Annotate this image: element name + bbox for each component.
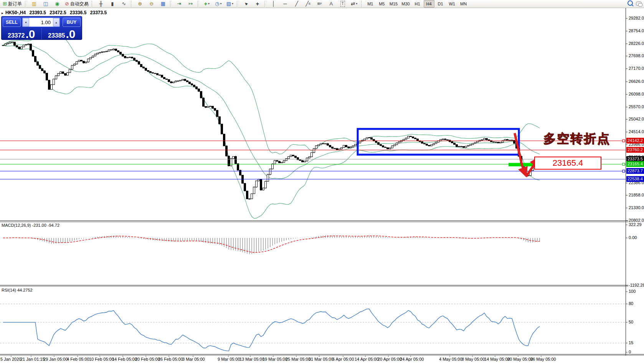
ohlc-open: 23393.5 <box>30 10 46 15</box>
time-axis-label: 9 Mar 05:00 <box>218 357 240 361</box>
cursor-button[interactable]: ► <box>241 0 251 8</box>
text-icon: A <box>329 1 333 7</box>
candle <box>359 141 361 143</box>
price-axis-label: 26626.0 <box>628 79 644 84</box>
turning-point-annotation[interactable]: 多空转折点 <box>543 130 611 147</box>
buy-price[interactable]: 23385 .0 <box>42 28 82 40</box>
new-chart-button[interactable]: ▥ <box>29 0 40 8</box>
candle <box>90 58 92 59</box>
line-anchor-marker[interactable] <box>623 140 625 142</box>
trade-prices-row: 23372 .0 23385 .0 <box>2 28 82 40</box>
timeframe-m15-button[interactable]: M15 <box>388 0 399 8</box>
candle <box>28 44 30 45</box>
timeframe-m1-button[interactable]: M1 <box>365 0 376 8</box>
periods-button[interactable]: ◷▾ <box>213 0 224 8</box>
timeframe-h4-button[interactable]: H4 <box>424 0 434 8</box>
candle <box>233 157 234 158</box>
buy-price-main: 23385 <box>48 32 65 39</box>
volume-decrease-button[interactable]: ▼ <box>23 18 29 26</box>
autotrading-button[interactable]: ⊘自动交易 <box>63 0 90 8</box>
tile-windows-button[interactable]: ▦ <box>158 0 168 8</box>
candle <box>129 57 131 58</box>
candle <box>292 155 294 156</box>
price-tag-22538.4[interactable]: 22538.4 <box>626 176 644 182</box>
price-tag-22873.7[interactable]: 22873.7 <box>626 168 644 174</box>
shapes-button[interactable]: ⇄▾ <box>349 0 360 8</box>
channel-button[interactable]: ╱E <box>303 0 314 8</box>
price-callout-23165[interactable]: 23165.4 <box>534 157 601 170</box>
candle <box>189 82 191 84</box>
candle <box>258 179 260 181</box>
timeframe-m5-button[interactable]: M5 <box>376 0 387 8</box>
templates-button[interactable]: ▧▾ <box>225 0 235 8</box>
candle <box>290 155 292 157</box>
timeframe-h1-button[interactable]: H1 <box>412 0 423 8</box>
chevron-down-icon: ▾ <box>232 1 233 7</box>
vline-button[interactable]: │ <box>268 0 279 8</box>
candle <box>85 62 87 63</box>
price-tag-23760.2[interactable]: 23760.2 <box>626 147 644 153</box>
timeframe-w1-button[interactable]: W1 <box>447 0 457 8</box>
chat-button[interactable] <box>636 0 642 7</box>
candle <box>69 69 71 73</box>
zoom-out-button[interactable]: ⊖ <box>146 0 157 8</box>
profiles-button[interactable]: ◫ <box>40 0 51 8</box>
buy-button[interactable]: BUY <box>63 18 81 27</box>
volume-increase-button[interactable]: ▲ <box>53 18 59 26</box>
sell-price[interactable]: 23372 .0 <box>2 28 42 40</box>
zoom-in-button[interactable]: ⊕ <box>135 0 145 8</box>
new-order-button[interactable]: ⊞新订单 <box>1 0 23 8</box>
candle <box>168 79 170 82</box>
candle <box>223 134 225 146</box>
toolbar-separator <box>92 1 94 7</box>
candlestick-chart-button[interactable]: ▮ <box>107 0 118 8</box>
sell-price-main: 23372 <box>8 32 25 39</box>
candle <box>21 47 23 49</box>
trendline-button[interactable]: ╱ <box>291 0 302 8</box>
timeframe-m30-button[interactable]: M30 <box>400 0 411 8</box>
line-anchor-marker[interactable] <box>623 163 625 165</box>
line-chart-icon: ∿ <box>122 1 126 7</box>
hline-button[interactable]: ─ <box>280 0 291 8</box>
candle <box>410 136 412 137</box>
timeframe-d1-button[interactable]: D1 <box>435 0 446 8</box>
chart-canvas[interactable] <box>0 0 644 363</box>
candle <box>2 45 4 46</box>
autoscroll-button[interactable]: ↦ <box>185 0 196 8</box>
zoom-in-icon: ⊕ <box>138 1 142 7</box>
line-chart-button[interactable]: ∿ <box>119 0 129 8</box>
candle <box>394 145 396 146</box>
time-axis-label: 25 Mar 05:00 <box>286 357 310 361</box>
bar-chart-button[interactable]: ╫ <box>96 0 106 8</box>
indicators-button[interactable]: +▾ <box>201 0 212 8</box>
crosshair-button[interactable]: + <box>252 0 263 8</box>
price-axis-label: 24514.0 <box>628 129 644 134</box>
time-axis-label: 20 Feb 05:00 <box>135 357 160 361</box>
candle <box>493 142 495 142</box>
candle <box>163 78 165 79</box>
candle <box>32 50 34 56</box>
volume-input[interactable]: 1.00 <box>29 20 53 25</box>
sell-button[interactable]: SELL <box>3 18 21 27</box>
price-tag-23165.4[interactable]: 23165.4 <box>626 161 644 167</box>
candle <box>94 54 96 56</box>
time-axis-label: 20 Apr 05:00 <box>378 357 401 361</box>
time-axis-label: 14 Apr 05:00 <box>355 357 378 361</box>
candle <box>368 137 370 138</box>
line-anchor-marker[interactable] <box>623 170 625 172</box>
candle <box>274 160 276 164</box>
candle <box>396 143 398 145</box>
time-axis-label: 13 Mar 05:00 <box>239 357 264 361</box>
fibonacci-button[interactable]: ≡F <box>314 0 325 8</box>
autotrading-button-label: 自动交易 <box>70 1 89 7</box>
market-watch-button[interactable]: ◉ <box>52 0 63 8</box>
candle <box>456 145 458 147</box>
search-button[interactable] <box>627 0 633 7</box>
candle <box>152 73 154 73</box>
text-button[interactable]: A <box>326 0 337 8</box>
toolbar-separator <box>361 1 363 7</box>
timeframe-mn-button[interactable]: MN <box>458 0 469 8</box>
shift-chart-button[interactable]: ⇥ <box>174 0 185 8</box>
price-tag-24142.2[interactable]: 24142.2 <box>626 138 644 144</box>
label-button[interactable]: T <box>337 0 348 8</box>
